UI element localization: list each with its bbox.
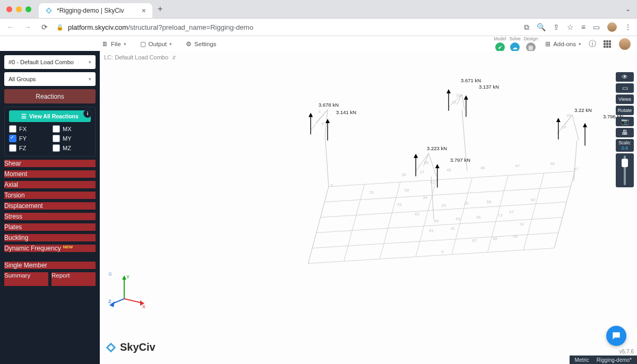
load-combo-indicator[interactable]: LC: Default Load Combo ⇵ <box>104 54 176 60</box>
favicon-icon <box>45 7 53 14</box>
load-combo-select[interactable]: #0 - Default Load Combo▾ <box>4 55 96 69</box>
home-view-icon[interactable]: ⌂ <box>108 270 112 276</box>
output-menu[interactable]: ▢Output▾ <box>140 40 173 48</box>
window-controls[interactable] <box>6 6 31 12</box>
svg-text:Z: Z <box>108 299 111 304</box>
svg-text:20: 20 <box>566 113 571 118</box>
svg-line-2 <box>380 181 401 258</box>
panel-icon[interactable]: ▭ <box>593 23 600 31</box>
fy-checkbox[interactable]: FY <box>9 135 47 142</box>
svg-text:45: 45 <box>446 168 451 172</box>
my-checkbox[interactable]: MY <box>53 135 91 142</box>
user-avatar[interactable] <box>619 38 631 50</box>
svg-text:53: 53 <box>398 202 402 207</box>
stress-button[interactable]: Stress <box>4 213 96 220</box>
file-menu[interactable]: 🗎File▾ <box>102 40 126 48</box>
fx-checkbox[interactable]: FX <box>9 125 47 133</box>
svg-text:67: 67 <box>472 238 477 243</box>
back-button[interactable]: ← <box>5 23 16 31</box>
install-app-icon[interactable]: ⧉ <box>524 23 529 32</box>
url-path: /structural?preload_name=Rigging-demo <box>128 23 253 31</box>
playlist-icon[interactable]: ≡ <box>581 23 586 31</box>
maximize-window-icon[interactable] <box>25 6 31 12</box>
svg-text:36: 36 <box>401 172 406 177</box>
reload-button[interactable]: ⟳ <box>39 23 50 31</box>
browser-tab[interactable]: *Rigging-demo | SkyCiv × <box>39 3 152 18</box>
svg-text:41: 41 <box>451 226 455 231</box>
new-badge: NEW <box>63 245 73 249</box>
group-select[interactable]: All Groups▾ <box>4 72 96 86</box>
profile-avatar[interactable] <box>607 22 617 32</box>
views-button[interactable]: Views <box>616 94 634 104</box>
chevron-down-icon[interactable]: ⌄ <box>625 5 631 13</box>
close-window-icon[interactable] <box>6 6 12 12</box>
svg-text:63: 63 <box>415 212 419 216</box>
print-icon[interactable]: 🖶 <box>616 128 634 137</box>
displacement-button[interactable]: Displacement <box>4 202 96 210</box>
svg-text:46: 46 <box>480 166 485 170</box>
mx-checkbox[interactable]: MX <box>53 125 91 133</box>
viewport-3d[interactable]: LC: Default Load Combo ⇵ <box>100 51 637 364</box>
file-icon: 🗎 <box>102 41 108 47</box>
svg-text:26: 26 <box>464 201 469 206</box>
shear-button[interactable]: Shear <box>4 160 96 167</box>
svg-line-62 <box>124 299 142 303</box>
axis-triad: Y X Z ⌂ <box>108 272 145 311</box>
single-member-button[interactable]: Single Member <box>4 262 96 269</box>
close-tab-icon[interactable]: × <box>142 6 146 15</box>
svg-line-4 <box>452 177 472 254</box>
output-icon: ▢ <box>140 40 146 48</box>
share-icon[interactable]: ⇪ <box>553 23 559 31</box>
chat-button[interactable] <box>606 326 626 346</box>
fz-checkbox[interactable]: FZ <box>9 144 47 152</box>
status-bar: Metric Rigging-demo* <box>570 356 637 364</box>
summary-button[interactable]: Summary <box>4 272 48 286</box>
filename-label: Rigging-demo* <box>597 357 632 363</box>
chevron-down-icon: ▾ <box>124 41 126 47</box>
scale-label: Scale:0.6 <box>616 139 634 152</box>
addons-icon: ⊞ <box>545 40 550 48</box>
kebab-icon[interactable]: ⋮ <box>624 23 632 31</box>
bookmark-icon[interactable]: ☆ <box>567 23 574 31</box>
scene[interactable]: 1611 89 2019 2827 3662 4546 4748 97 551 … <box>195 62 616 332</box>
units-label[interactable]: Metric <box>575 357 589 363</box>
info-icon[interactable]: i <box>83 109 92 118</box>
axial-button[interactable]: Axial <box>4 181 96 188</box>
dynamic-frequency-button[interactable]: Dynamic FrequencyNEW <box>4 245 96 252</box>
settings-menu[interactable]: ⚙Settings <box>186 40 217 48</box>
mz-checkbox[interactable]: MZ <box>53 144 91 152</box>
visibility-icon[interactable]: 👁 <box>616 72 634 82</box>
svg-text:65: 65 <box>456 216 461 221</box>
scale-slider[interactable] <box>616 153 634 187</box>
svg-line-6 <box>523 174 544 250</box>
forward-button: → <box>22 23 33 31</box>
view-all-reactions-button[interactable]: ☰View All Reactions i <box>9 110 91 122</box>
report-button[interactable]: Report <box>51 272 96 286</box>
help-icon[interactable]: ⓘ <box>589 39 596 49</box>
apps-grid-icon[interactable] <box>604 40 612 48</box>
torsion-button[interactable]: Torsion <box>4 192 96 199</box>
svg-line-12 <box>325 135 329 187</box>
buckling-button[interactable]: Buckling <box>4 234 96 241</box>
addons-menu[interactable]: ⊞Add-ons▾ <box>545 40 581 48</box>
svg-line-1 <box>344 184 365 261</box>
svg-text:9: 9 <box>322 122 324 126</box>
list-icon: ☰ <box>21 113 27 119</box>
browser-tab-strip: *Rigging-demo | SkyCiv × + ⌄ <box>0 0 637 19</box>
display-icon[interactable]: ▭ <box>616 83 634 93</box>
url-field[interactable]: 🔒 platform.skyciv.com/structural?preload… <box>56 23 518 31</box>
new-tab-button[interactable]: + <box>158 4 162 14</box>
svg-text:56: 56 <box>487 200 492 204</box>
plates-button[interactable]: Plates <box>4 223 96 231</box>
lock-icon: 🔒 <box>56 24 64 31</box>
svg-text:X: X <box>142 304 145 309</box>
moment-button[interactable]: Moment <box>4 170 96 178</box>
scene-svg: 1611 89 2019 2827 3662 4546 4748 97 551 … <box>195 62 616 332</box>
svg-text:64: 64 <box>434 219 439 223</box>
camera-icon[interactable]: 📷 <box>616 117 634 126</box>
reactions-button[interactable]: Reactions <box>4 89 96 103</box>
svg-text:37: 37 <box>509 210 514 214</box>
zoom-icon[interactable]: 🔍 <box>537 23 546 31</box>
minimize-window-icon[interactable] <box>16 6 22 12</box>
rotate-button[interactable]: Rotate <box>616 106 634 115</box>
